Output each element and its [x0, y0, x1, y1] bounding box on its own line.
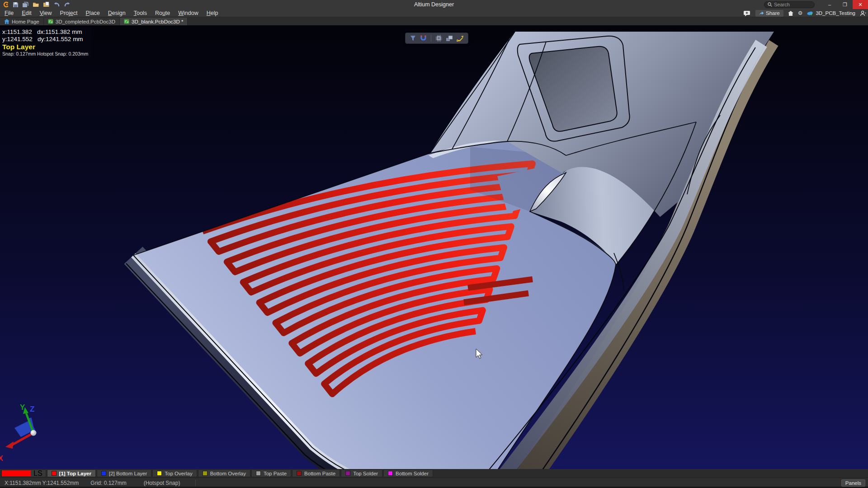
- status-position: X:1151.382mm Y:1241.552mm: [5, 480, 79, 486]
- layer-tab-bottom-overlay[interactable]: Bottom Overlay: [198, 469, 250, 477]
- tab-home-page[interactable]: Home Page: [0, 18, 44, 25]
- hud-cursor-y: y:1241.552 dy:1241.552 mm: [2, 36, 88, 43]
- layer-set-swatch: [2, 470, 31, 476]
- layers-icon[interactable]: [446, 35, 453, 42]
- menu-bar: File Edit View Project Place Design Tool…: [0, 9, 868, 17]
- menu-project[interactable]: Project: [56, 9, 82, 17]
- layer-tab-bottom-paste[interactable]: Bottom Paste: [292, 469, 340, 477]
- status-separator: [195, 480, 196, 486]
- layer-tab-label: Bottom Solder: [396, 471, 429, 476]
- layer-tab-label: [2] Bottom Layer: [109, 471, 147, 476]
- layer-color-swatch: [52, 471, 57, 476]
- minimize-button[interactable]: –: [822, 0, 837, 9]
- layer-tab-label: Bottom Overlay: [210, 471, 246, 476]
- window-title: Altium Designer: [0, 1, 868, 8]
- home-tab-icon: [4, 19, 9, 24]
- save-icon[interactable]: [13, 2, 19, 8]
- layer-tab-label: [1] Top Layer: [59, 471, 91, 476]
- cloud-icon: [807, 11, 814, 15]
- tab-3d-completed[interactable]: 3D_completed.PcbDoc3D: [44, 18, 120, 25]
- menu-file[interactable]: File: [0, 9, 18, 17]
- hud-cursor-x: x:1151.382 dx:1151.382 mm: [2, 28, 88, 36]
- pcb-doc-icon: [48, 19, 53, 24]
- filter-icon[interactable]: [410, 35, 416, 42]
- redo-icon[interactable]: [64, 2, 71, 7]
- share-label: Share: [766, 10, 780, 16]
- route-icon[interactable]: [457, 35, 464, 42]
- panels-button[interactable]: Panels: [841, 479, 865, 487]
- search-icon: [768, 2, 772, 7]
- layer-set-label: LS: [33, 469, 42, 478]
- tab-label: Home Page: [12, 19, 39, 24]
- component-icon[interactable]: [435, 35, 442, 42]
- layer-color-swatch: [297, 471, 302, 476]
- home-icon[interactable]: [788, 11, 793, 16]
- pcb-doc-icon: [124, 19, 129, 24]
- workspace-name: 3D_PCB_Testing: [816, 10, 855, 16]
- tab-label: 3D_completed.PcbDoc3D: [56, 19, 115, 24]
- orientation-gizmo[interactable]: Y Z: [4, 400, 67, 463]
- tab-label: 3D_blank.PcbDoc3D *: [132, 19, 183, 24]
- user-icon[interactable]: [860, 10, 866, 16]
- gizmo-x-arrowhead: [5, 441, 14, 449]
- pcb-3d-viewport[interactable]: [0, 0, 868, 488]
- undo-icon[interactable]: [53, 2, 60, 7]
- menu-view[interactable]: View: [36, 9, 56, 17]
- magnet-icon[interactable]: [420, 35, 427, 42]
- workspace-selector[interactable]: 3D_PCB_Testing: [807, 10, 855, 16]
- layer-set-selector[interactable]: LS: [1, 469, 46, 477]
- layer-color-swatch: [101, 471, 106, 476]
- layer-tab-top-overlay[interactable]: Top Overlay: [152, 469, 197, 477]
- document-tab-bar: Home Page 3D_completed.PcbDoc3D 3D_blank…: [0, 17, 868, 25]
- menu-window[interactable]: Window: [174, 9, 202, 17]
- layer-tab-top-paste[interactable]: Top Paste: [251, 469, 291, 477]
- gizmo-x-label: X: [0, 455, 3, 463]
- layer-tab-bar: LS [1] Top Layer [2] Bottom Layer Top Ov…: [0, 469, 868, 478]
- layer-tab-label: Bottom Paste: [304, 471, 335, 476]
- gear-icon[interactable]: ⚙: [798, 10, 803, 16]
- menu-place[interactable]: Place: [82, 9, 104, 17]
- layer-tab-label: Top Paste: [264, 471, 287, 476]
- share-button[interactable]: Share: [755, 10, 783, 17]
- save-all-icon[interactable]: [22, 2, 29, 8]
- search-input[interactable]: Search: [764, 1, 815, 8]
- layer-tab-top-solder[interactable]: Top Solder: [341, 469, 382, 477]
- layer-tab-top-layer[interactable]: [1] Top Layer: [47, 469, 96, 477]
- layer-tab-label: Top Overlay: [165, 471, 192, 476]
- status-bar: X:1151.382mm Y:1241.552mm Grid: 0.127mm …: [0, 478, 868, 488]
- layer-tab-bottom-solder[interactable]: Bottom Solder: [383, 469, 433, 477]
- comment-icon[interactable]: [743, 10, 751, 16]
- menu-help[interactable]: Help: [203, 9, 222, 17]
- layer-color-swatch: [388, 471, 393, 476]
- menu-design[interactable]: Design: [104, 9, 130, 17]
- gizmo-y-label: Y: [20, 403, 25, 412]
- menu-route[interactable]: Route: [151, 9, 174, 17]
- hud-active-layer: Top Layer: [2, 43, 88, 51]
- menu-tools[interactable]: Tools: [130, 9, 151, 17]
- gizmo-z-label: Z: [30, 405, 34, 413]
- share-icon: [759, 11, 764, 15]
- title-bar: Altium Designer Search – ❐ ✕: [0, 0, 868, 9]
- altium-logo-icon: [3, 1, 9, 8]
- gizmo-origin: [31, 430, 37, 436]
- layer-color-swatch: [157, 471, 162, 476]
- restore-button[interactable]: ❐: [837, 0, 853, 9]
- status-snap-mode: (Hotspot Snap): [144, 480, 180, 486]
- viewport-toolbar: [405, 33, 468, 44]
- layer-color-swatch: [203, 471, 208, 476]
- search-placeholder: Search: [774, 2, 790, 7]
- layer-color-swatch: [256, 471, 261, 476]
- hud-snap-info: Snap: 0.127mm Hotspot Snap: 0.203mm: [2, 51, 88, 56]
- toolbar-separator: [431, 35, 431, 42]
- layer-tab-bottom-layer[interactable]: [2] Bottom Layer: [97, 469, 151, 477]
- close-button[interactable]: ✕: [853, 0, 868, 9]
- layer-color-swatch: [345, 471, 350, 476]
- heads-up-display: x:1151.382 dx:1151.382 mm y:1241.552 dy:…: [0, 27, 92, 58]
- open-document-icon[interactable]: [43, 2, 50, 7]
- status-grid: Grid: 0.127mm: [90, 480, 126, 486]
- layer-tab-label: Top Solder: [353, 471, 378, 476]
- menu-edit[interactable]: Edit: [18, 9, 36, 17]
- tab-3d-blank[interactable]: 3D_blank.PcbDoc3D *: [120, 18, 188, 25]
- open-folder-icon[interactable]: [33, 2, 39, 7]
